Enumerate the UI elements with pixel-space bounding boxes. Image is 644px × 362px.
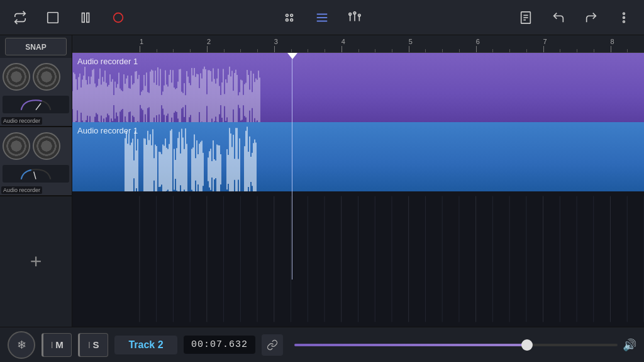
ruler-tick-minor <box>594 49 594 52</box>
track2-thumb-label: Audio recorder <box>1 186 42 194</box>
left-panel: SNAP Audio recorder <box>0 35 72 327</box>
ruler-tick-minor <box>392 49 392 52</box>
ruler-tick-major-7 <box>543 46 544 52</box>
volume-fill <box>294 344 527 346</box>
ruler-tick-minor <box>257 49 258 52</box>
track2-meter <box>3 165 69 183</box>
track2-thumbnail[interactable]: Audio recorder <box>0 127 72 196</box>
ruler-tick-minor <box>173 49 174 52</box>
svg-point-7 <box>291 18 293 21</box>
svg-point-4 <box>286 14 289 16</box>
ruler-number-1: 1 <box>140 38 143 45</box>
timeline-area: 12345678 Audio recorder 1 Audio recorder… <box>72 35 644 327</box>
timecode-display: 00:07.632 <box>184 336 255 354</box>
ruler-tick-major-5 <box>409 46 409 52</box>
ruler-tick-major-3 <box>274 46 275 52</box>
track-name-display[interactable]: Track 2 <box>114 336 177 354</box>
ruler-tick-minor <box>442 49 443 52</box>
svg-rect-0 <box>48 12 58 23</box>
svg-point-6 <box>286 18 289 21</box>
ruler-tick-minor <box>224 49 225 52</box>
track1-thumbnail[interactable]: Audio recorder <box>0 58 72 127</box>
ruler-number-5: 5 <box>409 38 413 45</box>
tracks-container: Audio recorder 1 Audio recorder 1 <box>72 53 644 327</box>
notepad-button[interactable] <box>516 8 536 28</box>
undo-button[interactable] <box>548 8 569 28</box>
mute-button[interactable]: M <box>42 333 72 357</box>
snap-button[interactable]: SNAP <box>5 38 67 55</box>
volume-slider[interactable] <box>294 344 618 346</box>
add-track-button[interactable]: + <box>0 196 72 327</box>
svg-rect-2 <box>87 13 89 22</box>
ruler-tick-minor <box>308 49 308 52</box>
reel-left-2 <box>3 132 30 160</box>
track1-meter <box>3 96 69 113</box>
ruler-tick-minor <box>425 49 426 52</box>
svg-point-23 <box>623 21 625 23</box>
ruler-tick-major-6 <box>476 46 477 52</box>
track1-title: Audio recorder 1 <box>77 57 138 66</box>
track2-lane[interactable]: Audio recorder 1 <box>72 122 644 191</box>
svg-point-21 <box>623 13 625 14</box>
svg-line-24 <box>36 103 41 110</box>
solo-button[interactable]: S <box>78 333 108 357</box>
volume-knob[interactable] <box>521 339 533 351</box>
ruler-tick-minor <box>325 49 325 52</box>
ruler-tick-minor <box>492 49 493 52</box>
ruler-tick-minor <box>240 49 241 52</box>
ruler-tick-minor <box>526 49 527 52</box>
ruler-number-2: 2 <box>207 38 211 45</box>
track1-thumb-label: Audio recorder <box>1 117 42 125</box>
ruler: 12345678 <box>72 35 644 53</box>
freeze-button[interactable]: ❄ <box>8 331 35 359</box>
pause-button[interactable] <box>75 8 96 28</box>
ruler-number-4: 4 <box>341 38 345 45</box>
track1-lane[interactable]: Audio recorder 1 <box>72 53 644 122</box>
ruler-tick-minor <box>157 49 157 52</box>
volume-section: 🔊 <box>294 338 636 352</box>
bottom-bar: ❄ M S Track 2 00:07.632 🔊 <box>0 327 644 362</box>
reel-left <box>3 63 30 91</box>
toolbar <box>0 0 644 35</box>
loop-button[interactable] <box>10 8 30 28</box>
ruler-number-8: 8 <box>611 38 614 45</box>
more-button[interactable] <box>614 8 634 28</box>
reel-right <box>33 63 60 91</box>
ruler-number-7: 7 <box>543 38 547 45</box>
speaker-icon: 🔊 <box>623 338 636 352</box>
mute-label: M <box>55 339 64 350</box>
ruler-tick-minor <box>577 49 577 52</box>
reel-right-2 <box>33 132 60 160</box>
svg-point-22 <box>623 16 625 18</box>
ruler-tick-minor <box>560 49 560 52</box>
apps-button[interactable] <box>279 8 299 28</box>
ruler-tick-major-4 <box>341 46 342 52</box>
svg-point-5 <box>291 14 293 16</box>
solo-label: S <box>92 339 99 350</box>
svg-line-25 <box>34 172 36 179</box>
link-button[interactable] <box>262 334 283 356</box>
record-button[interactable] <box>108 8 128 28</box>
ruler-tick-minor <box>459 49 460 52</box>
redo-button[interactable] <box>581 8 601 28</box>
ruler-marks: 12345678 <box>72 35 644 52</box>
ruler-tick-major-1 <box>140 46 140 52</box>
ruler-tick-minor <box>291 49 292 52</box>
svg-rect-1 <box>82 13 85 22</box>
ruler-number-3: 3 <box>274 38 278 45</box>
track2-title: Audio recorder 1 <box>77 126 138 135</box>
ruler-number-6: 6 <box>476 38 480 45</box>
menu-button[interactable] <box>312 8 332 28</box>
ruler-tick-minor <box>190 49 191 52</box>
empty-area <box>72 191 644 327</box>
svg-point-3 <box>114 13 123 22</box>
ruler-tick-major-8 <box>611 46 611 52</box>
ruler-tick-major-2 <box>207 46 208 52</box>
ruler-tick-minor <box>358 49 359 52</box>
mixer-button[interactable] <box>345 8 365 28</box>
window-button[interactable] <box>43 8 63 28</box>
ruler-tick-minor <box>509 49 510 52</box>
grid-lines <box>72 191 644 327</box>
ruler-tick-minor <box>375 49 375 52</box>
main-area: SNAP Audio recorder <box>0 35 644 327</box>
